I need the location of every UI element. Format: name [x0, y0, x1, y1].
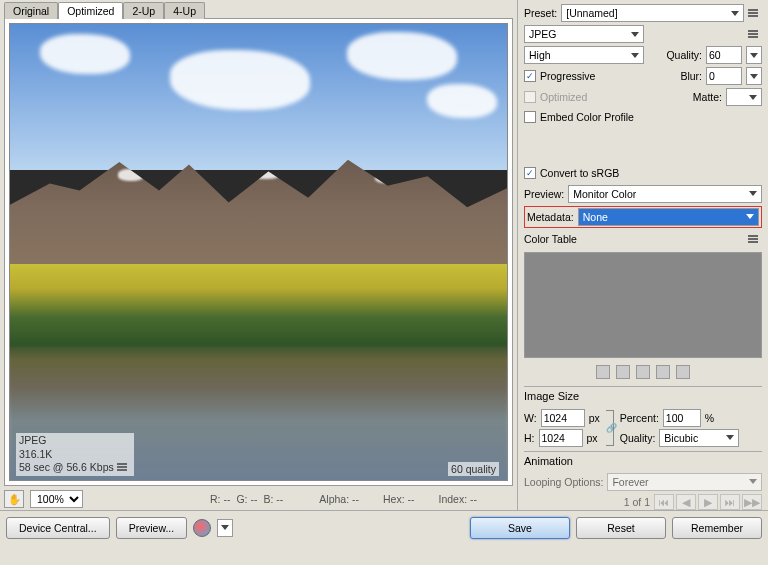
settings-panel: Preset: [Unnamed] JPEG High Quality: Pro…: [518, 0, 768, 510]
width-input[interactable]: [541, 409, 585, 427]
quality-label: Quality:: [666, 49, 702, 61]
frame-nav: ⏮ ◀ ▶ ⏭ ▶▶: [654, 494, 762, 510]
percent-input[interactable]: [663, 409, 701, 427]
blur-slider-btn[interactable]: [746, 67, 762, 85]
chevron-down-icon: [750, 74, 758, 79]
format-flyout-icon[interactable]: [748, 30, 762, 38]
frame-page-label: 1 of 1: [624, 496, 650, 508]
color-table-title: Color Table: [524, 233, 577, 245]
animation-title: Animation: [524, 451, 762, 470]
ct-map-icon[interactable]: [636, 365, 650, 379]
looping-dropdown: Forever: [607, 473, 762, 491]
preview-panel: Original Optimized 2-Up 4-Up JPEG: [0, 0, 518, 510]
quality-input[interactable]: [706, 46, 742, 64]
browser-menu[interactable]: [217, 519, 233, 537]
chevron-down-icon: [746, 214, 754, 219]
transfer-menu-icon[interactable]: [117, 463, 131, 471]
percent-label: Percent:: [620, 412, 659, 424]
percent-suffix: %: [705, 412, 714, 424]
readout-r: R: --: [210, 493, 230, 505]
chevron-down-icon: [221, 525, 229, 530]
tab-2up[interactable]: 2-Up: [123, 2, 164, 19]
chevron-down-icon: [750, 53, 758, 58]
resample-quality-label: Quality:: [620, 432, 656, 444]
ct-eyedrop-icon[interactable]: [596, 365, 610, 379]
dialog-buttons: Device Central... Preview... Save Reset …: [0, 510, 768, 544]
h-px-label: px: [587, 432, 598, 444]
preview-dropdown[interactable]: Monitor Color: [568, 185, 762, 203]
frame-next-icon: ▶: [698, 494, 718, 510]
w-label: W:: [524, 412, 537, 424]
readout-hex: Hex: --: [383, 493, 415, 505]
matte-dropdown[interactable]: [726, 88, 762, 106]
blur-label: Blur:: [680, 70, 702, 82]
readout-alpha: Alpha: --: [319, 493, 359, 505]
tab-4up[interactable]: 4-Up: [164, 2, 205, 19]
preview-tabs: Original Optimized 2-Up 4-Up: [4, 2, 517, 19]
metadata-row-highlighted: Metadata: None: [524, 206, 762, 228]
color-table-flyout-icon[interactable]: [748, 235, 762, 243]
preview-label: Preview:: [524, 188, 564, 200]
chevron-down-icon: [731, 11, 739, 16]
chevron-down-icon: [749, 95, 757, 100]
height-input[interactable]: [539, 429, 583, 447]
frame-play-icon: ▶▶: [742, 494, 762, 510]
progressive-label: Progressive: [540, 70, 595, 82]
filesize-label: 316.1K: [19, 448, 131, 462]
looping-label: Looping Options:: [524, 476, 603, 488]
remember-button[interactable]: Remember: [672, 517, 762, 539]
preset-flyout-icon[interactable]: [748, 9, 762, 17]
quality-slider-btn[interactable]: [746, 46, 762, 64]
preset-label: Preset:: [524, 7, 557, 19]
chevron-down-icon: [726, 435, 734, 440]
quality-name-dropdown[interactable]: High: [524, 46, 644, 64]
preview-container: JPEG 316.1K 58 sec @ 56.6 Kbps 60 qualit…: [4, 18, 513, 486]
embed-label: Embed Color Profile: [540, 111, 634, 123]
link-wh-icon[interactable]: 🔗: [606, 410, 614, 446]
readout-b: B: --: [263, 493, 283, 505]
device-central-button[interactable]: Device Central...: [6, 517, 110, 539]
preset-dropdown[interactable]: [Unnamed]: [561, 4, 744, 22]
readout-index: Index: --: [438, 493, 477, 505]
quality-overlay: 60 quality: [448, 462, 499, 476]
frame-first-icon: ⏮: [654, 494, 674, 510]
zoom-select[interactable]: 100%: [30, 490, 83, 508]
mountain-landscape-image: [10, 24, 507, 480]
image-size-title: Image Size: [524, 386, 762, 405]
hand-tool-icon[interactable]: ✋: [4, 490, 24, 508]
srgb-checkbox[interactable]: [524, 167, 536, 179]
save-button[interactable]: Save: [470, 517, 570, 539]
preview-button[interactable]: Preview...: [116, 517, 188, 539]
image-preview[interactable]: JPEG 316.1K 58 sec @ 56.6 Kbps 60 qualit…: [9, 23, 508, 481]
embed-checkbox[interactable]: [524, 111, 536, 123]
frame-prev-icon: ◀: [676, 494, 696, 510]
color-table-swatches[interactable]: [524, 252, 762, 358]
w-px-label: px: [589, 412, 600, 424]
chevron-down-icon: [749, 191, 757, 196]
blur-input[interactable]: [706, 67, 742, 85]
h-label: H:: [524, 432, 535, 444]
frame-last-icon: ⏭: [720, 494, 740, 510]
resample-dropdown[interactable]: Bicubic: [659, 429, 739, 447]
color-table-tools: [524, 363, 762, 383]
file-info-overlay: JPEG 316.1K 58 sec @ 56.6 Kbps: [16, 433, 134, 476]
srgb-label: Convert to sRGB: [540, 167, 619, 179]
format-label: JPEG: [19, 434, 131, 448]
metadata-label: Metadata:: [527, 211, 574, 223]
ct-lock-icon[interactable]: [616, 365, 630, 379]
format-dropdown[interactable]: JPEG: [524, 25, 644, 43]
chevron-down-icon: [631, 53, 639, 58]
ct-new-icon[interactable]: [656, 365, 670, 379]
readout-g: G: --: [236, 493, 257, 505]
optimized-label: Optimized: [540, 91, 587, 103]
status-bar: ✋ 100% R: -- G: -- B: -- Alpha: -- Hex: …: [0, 488, 517, 510]
ct-trash-icon[interactable]: [676, 365, 690, 379]
metadata-dropdown[interactable]: None: [578, 208, 759, 226]
tab-original[interactable]: Original: [4, 2, 58, 19]
browser-preview-icon[interactable]: [193, 519, 211, 537]
progressive-checkbox[interactable]: [524, 70, 536, 82]
reset-button[interactable]: Reset: [576, 517, 666, 539]
tab-optimized[interactable]: Optimized: [58, 2, 123, 19]
optimized-checkbox: [524, 91, 536, 103]
transfer-label: 58 sec @ 56.6 Kbps: [19, 461, 131, 475]
